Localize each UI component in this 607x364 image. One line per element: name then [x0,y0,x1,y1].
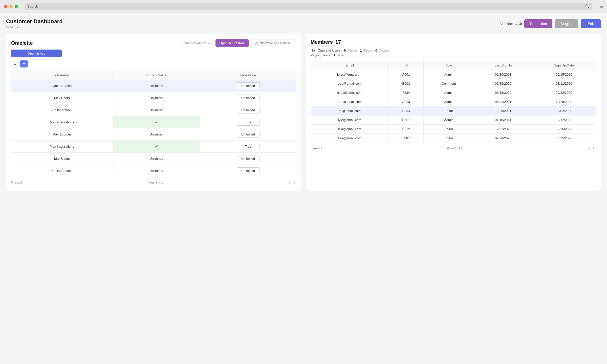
page-subtitle: Schemas [6,25,63,29]
link-icon: 🔗 [254,41,258,45]
left-results-count: 8 results [11,181,23,184]
new-value-display: Unlimited [237,95,259,101]
address-bar[interactable]: 🔍 [25,3,592,10]
table-row: Editor [424,134,474,143]
open-firestore-button[interactable]: Open in Firestore [215,39,249,47]
seats-count: 1 [333,53,335,57]
new-value-cell: Unlimited [200,153,296,165]
table-row: lyle@email.com [311,116,389,125]
col-new-value: New Value [200,71,296,80]
version-label: Version: 1.1.0 [500,22,522,26]
table-row: Max Sources [11,128,113,141]
table-row: 02/20/2021 [474,70,532,79]
traffic-light-green[interactable] [15,5,18,8]
viewers-label: Viewers [379,49,389,52]
right-filter-icon[interactable]: ▼ [587,146,591,150]
table-row: Admin [424,88,474,97]
current-value-cell: Unlimited [113,165,200,177]
table-row: Comment [424,79,474,88]
traffic-light-red[interactable] [4,5,7,8]
arrow-down-button[interactable]: ▼ [20,60,28,67]
new-value-display: Unlimited [237,155,259,162]
open-avo-button[interactable]: Open in Avo [11,50,62,57]
table-row: andy@email.com [311,88,389,97]
edit-button[interactable]: Edit [581,19,601,28]
menu-icon[interactable]: ☰ [599,4,603,9]
members-header: Members 17 [311,39,596,45]
left-table-actions: ▼ ↻ [288,180,296,185]
avo-row: Open in Avo [11,50,296,57]
admins-count: 0 [344,49,346,52]
table-row: 03/11/2020 [532,79,596,88]
current-value-cell: Unlimited [113,80,200,92]
table-row: Max Sources [11,80,113,92]
table-row: 01/02/2021 [474,97,532,106]
new-value-display: True [237,119,259,126]
right-refresh-icon[interactable]: ↻ [593,146,596,150]
check-icon: ✔ [155,120,158,124]
panel-header-right: Scheme Version #2 Open in Firestore 🔗 ht… [182,39,296,47]
scheme-version: #2 [208,41,211,45]
table-row: Editor [424,106,474,116]
refresh-icon[interactable]: ↻ [293,180,296,185]
table-row: 05/29/2020 [474,79,532,88]
main-content: Customer Dashboard Schemas Version: 1.1.… [0,13,607,364]
traffic-light-yellow[interactable] [9,5,13,8]
right-table-footer: 8 results Page 1 of 1 ▼ ↻ [311,145,596,151]
table-row: 10/28/2020 [532,97,596,106]
new-value-cell: Unlimited [200,92,296,104]
table-row: 08/12/2020 [532,116,596,125]
check-icon: ✔ [155,144,158,149]
col-sign-up-date: Sign Up Date [532,61,596,70]
firebase-link[interactable]: 🔗 https://console.firebase [251,39,296,47]
production-button[interactable]: Production [524,19,552,28]
new-value-cell: Unlimited [200,165,296,177]
table-row: 09/26/2020 [532,125,596,134]
table-row: A023 [389,97,424,106]
table-row: 12/25/2021 [474,106,532,116]
table-row: 06/18/2020 [474,88,532,97]
action-buttons: Open in Firestore 🔗 https://console.fire… [215,39,296,47]
search-input[interactable] [28,5,583,8]
editors-count: 1 [360,49,362,52]
table-row: bob@email.com [311,79,389,88]
right-panel: Members 17 Non-Omelette Users: 0 Admins … [306,34,601,191]
table-row: A001 [389,70,424,79]
editors-label: Editors [363,49,373,52]
new-value-display: Unlimited [237,107,259,113]
new-value-cell: True [200,141,296,153]
table-row: 01/10/2021 [474,116,532,125]
new-value-cell: True [200,116,296,128]
left-table-footer: 8 results Page 1 of 1 ▼ ↻ [11,179,296,186]
left-panel-title: Omelette [11,40,33,46]
search-icon: 🔍 [585,4,590,9]
table-row: Max Integrations [11,141,113,153]
table-row: Collaboration [11,104,113,116]
members-title: Members [311,39,333,45]
current-value-cell: Unlimited [113,153,200,165]
table-row: Admin [424,97,474,106]
new-value-display: Unlimited [237,167,259,174]
paying-seats-label: Paying Seats: [311,53,331,57]
non-omelette-label: Non-Omelette Users: [311,49,341,52]
table-row: B003 [389,79,424,88]
panel-title-group: Omelette [11,40,33,46]
table-row: isla@email.com [311,125,389,134]
seats-label: Seats [337,54,344,57]
table-row: 09/20/2020 [474,134,532,143]
table-row: Admin [424,116,474,125]
admins-label: Admins [347,49,357,52]
table-row: D501 [389,116,424,125]
col-current-value: Current Value [113,71,200,80]
table-row: 02/22/2020 [532,88,596,97]
new-value-display: Unlimited [237,131,259,138]
col-role: Role [424,61,474,70]
members-count: 17 [335,39,341,45]
left-page-info: Page 1 of 1 [147,181,163,184]
filter-icon[interactable]: ▼ [288,180,291,185]
staging-button[interactable]: Staging [555,19,578,28]
col-id: ID [389,61,424,70]
table-row: fiza@email.com [311,134,389,143]
table-row: Max Users [11,92,113,104]
arrow-up-button[interactable]: ▲ [11,60,19,67]
